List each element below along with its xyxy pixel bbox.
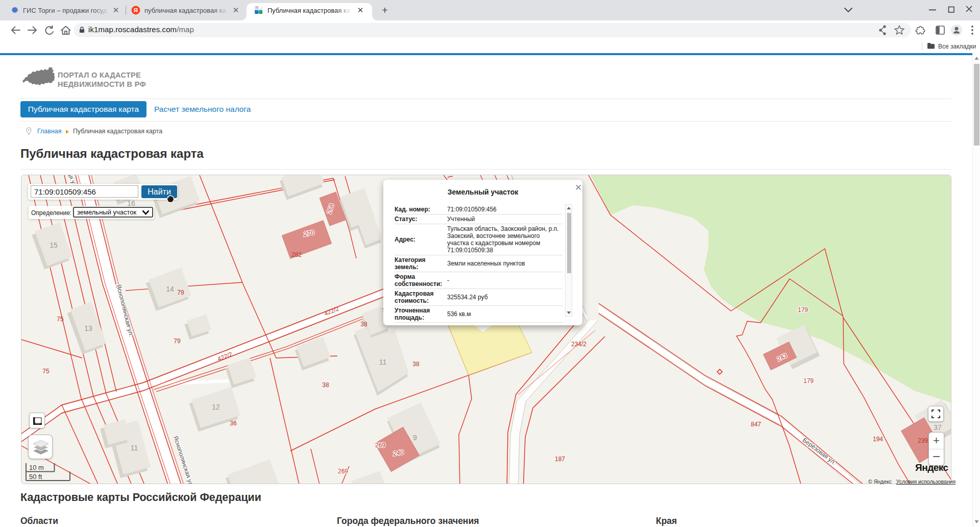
- svg-text:79: 79: [174, 338, 181, 345]
- svg-text:12: 12: [212, 403, 220, 411]
- svg-text:11: 11: [379, 358, 387, 366]
- svg-text:269: 269: [338, 468, 348, 475]
- svg-text:234/2: 234/2: [571, 341, 586, 348]
- svg-text:38: 38: [360, 321, 368, 328]
- svg-text:239: 239: [918, 437, 928, 444]
- svg-text:38: 38: [412, 361, 420, 368]
- svg-text:79: 79: [177, 289, 184, 296]
- svg-text:36: 36: [230, 420, 237, 427]
- svg-text:187: 187: [555, 456, 565, 463]
- svg-text:13: 13: [84, 324, 92, 332]
- svg-text:282: 282: [291, 251, 302, 258]
- svg-text:75: 75: [57, 316, 64, 323]
- svg-text:179: 179: [798, 306, 808, 314]
- svg-text:37: 37: [934, 423, 942, 432]
- svg-text:11: 11: [131, 444, 138, 452]
- svg-text:38: 38: [322, 381, 329, 389]
- svg-text:Я: Я: [134, 7, 138, 13]
- svg-text:269: 269: [375, 442, 385, 449]
- svg-text:75: 75: [42, 368, 50, 375]
- svg-text:15: 15: [50, 241, 58, 249]
- svg-text:194: 194: [873, 436, 883, 443]
- svg-text:9: 9: [413, 434, 417, 442]
- svg-text:14: 14: [166, 285, 174, 293]
- svg-text:847: 847: [751, 421, 761, 428]
- svg-text:179: 179: [803, 377, 814, 385]
